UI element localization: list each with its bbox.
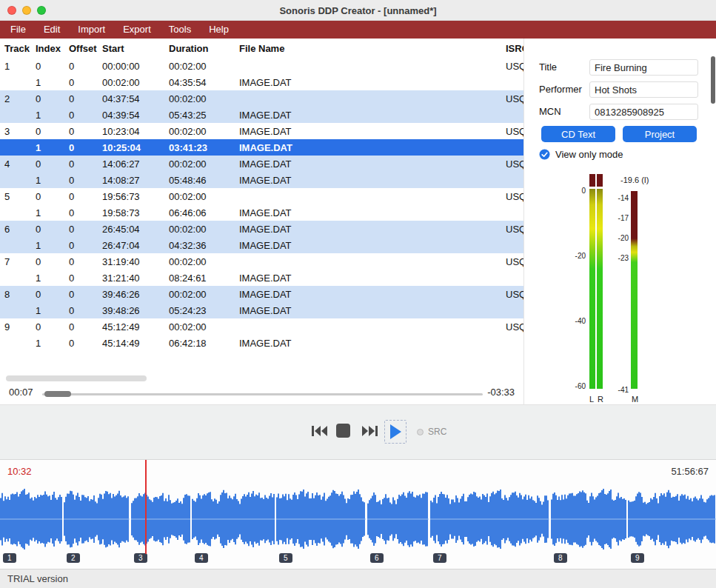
menu-item-edit[interactable]: Edit: [35, 21, 69, 39]
performer-label: Performer: [539, 81, 582, 98]
track-table-body: 10000:00:0000:02:00USQ1000:02:0004:35:54…: [0, 58, 523, 351]
table-row[interactable]: 1031:21:4008:24:61IMAGE.DAT: [0, 270, 523, 286]
column-header-track[interactable]: Track: [0, 43, 31, 54]
column-header-duration[interactable]: Duration: [164, 43, 235, 54]
right-panel: Title Performer MCN CD Text Project View…: [523, 39, 716, 404]
view-only-checked-icon: [539, 149, 550, 160]
table-row[interactable]: 40014:06:2700:02:00IMAGE.DATUSQ: [0, 156, 523, 172]
table-row[interactable]: 50019:56:7300:02:00USQ: [0, 188, 523, 204]
table-cell: USQ: [501, 93, 523, 104]
column-header-file-name[interactable]: File Name: [235, 43, 501, 54]
track-badge-5[interactable]: 5: [279, 553, 292, 563]
m-scale-label: -17: [618, 214, 629, 223]
table-cell: 0: [31, 256, 64, 267]
table-row[interactable]: 1004:39:5405:43:25IMAGE.DAT: [0, 107, 523, 123]
next-track-button[interactable]: [361, 424, 378, 440]
title-field[interactable]: [589, 59, 698, 76]
mcn-field[interactable]: [589, 104, 698, 120]
view-only-toggle[interactable]: View only mode: [539, 149, 623, 160]
table-cell: 00:02:00: [164, 321, 235, 333]
lr-scale-label: -60: [575, 382, 586, 391]
table-cell: 0: [31, 126, 64, 137]
table-cell: 0: [31, 289, 64, 300]
menu-item-export[interactable]: Export: [114, 21, 160, 39]
menu-item-import[interactable]: Import: [69, 21, 114, 39]
table-row[interactable]: 80039:46:2600:02:00IMAGE.DATUSQ: [0, 286, 523, 302]
meter-left-bar: [589, 189, 595, 389]
column-header-offset[interactable]: Offset: [64, 43, 98, 54]
waveform-track-3[interactable]: [131, 485, 190, 553]
table-cell: 10:23:04: [98, 126, 164, 137]
track-badge-8[interactable]: 8: [554, 553, 567, 563]
waveform-track-2[interactable]: [64, 485, 130, 553]
table-row[interactable]: 1019:58:7306:46:06IMAGE.DAT: [0, 204, 523, 221]
track-badge-2[interactable]: 2: [67, 553, 80, 563]
waveform-track-9[interactable]: [628, 485, 716, 553]
table-row[interactable]: 60026:45:0400:02:00IMAGE.DATUSQ: [0, 221, 523, 237]
table-cell: 2: [0, 93, 31, 104]
column-header-start[interactable]: Start: [98, 43, 164, 54]
table-row[interactable]: 70031:19:4000:02:00USQ: [0, 253, 523, 270]
table-cell: 04:37:54: [98, 93, 164, 104]
table-cell: IMAGE.DAT: [235, 273, 501, 284]
playhead[interactable]: [145, 460, 147, 554]
table-cell: USQ: [501, 61, 523, 72]
waveform-track-5[interactable]: [276, 485, 366, 553]
column-header-index[interactable]: Index: [31, 43, 64, 54]
table-cell: 04:32:36: [164, 240, 235, 251]
table-cell: 05:24:23: [164, 305, 235, 316]
table-cell: IMAGE.DAT: [235, 175, 501, 186]
stop-button[interactable]: [335, 423, 351, 441]
table-cell: 31:21:40: [98, 273, 164, 284]
seek-slider-track[interactable]: [42, 393, 483, 395]
table-row[interactable]: 1014:08:2705:48:46IMAGE.DAT: [0, 172, 523, 188]
performer-field[interactable]: [589, 81, 698, 98]
table-row[interactable]: 30010:23:0400:02:00IMAGE.DATUSQ: [0, 123, 523, 139]
waveform-track-4[interactable]: [192, 485, 275, 553]
table-cell: 1: [31, 175, 64, 186]
table-cell: 7: [0, 256, 31, 267]
menu-item-tools[interactable]: Tools: [160, 21, 200, 39]
track-badge-4[interactable]: 4: [195, 553, 208, 563]
table-row[interactable]: 1039:48:2605:24:23IMAGE.DAT: [0, 302, 523, 318]
track-badge-6[interactable]: 6: [370, 553, 384, 563]
seek-slider-thumb[interactable]: [44, 391, 71, 397]
track-badge-1[interactable]: 1: [3, 553, 16, 563]
meter-mono-label: M: [632, 395, 638, 404]
table-row[interactable]: 10000:00:0000:02:00USQ: [0, 58, 523, 74]
table-cell: 04:35:54: [164, 77, 235, 88]
table-cell: 39:46:26: [98, 289, 164, 300]
track-badge-7[interactable]: 7: [433, 553, 446, 563]
table-row[interactable]: 1000:02:0004:35:54IMAGE.DAT: [0, 74, 523, 90]
column-header-isrc[interactable]: ISRC: [501, 43, 523, 54]
table-row[interactable]: 1026:47:0404:32:36IMAGE.DAT: [0, 237, 523, 253]
table-cell: 0: [64, 207, 98, 218]
menu-item-help[interactable]: Help: [200, 21, 238, 39]
table-cell: 00:02:00: [164, 93, 235, 104]
waveform-track-1[interactable]: [0, 485, 62, 553]
table-cell: 0: [64, 93, 98, 104]
waveform-track-7[interactable]: [430, 485, 549, 553]
table-row[interactable]: 1045:14:4906:42:18IMAGE.DAT: [0, 335, 523, 351]
table-row[interactable]: 1010:25:0403:41:23IMAGE.DAT: [0, 139, 523, 156]
waveform-strip[interactable]: [0, 485, 716, 553]
table-cell: 5: [0, 191, 31, 202]
track-badge-9[interactable]: 9: [631, 553, 644, 563]
table-cell: 45:12:49: [98, 321, 164, 333]
meter-left-label: L: [589, 395, 594, 404]
play-button[interactable]: [384, 420, 406, 444]
previous-track-button[interactable]: [311, 424, 329, 440]
waveform-track-8[interactable]: [551, 485, 626, 553]
src-label: SRC: [428, 427, 446, 437]
project-button[interactable]: Project: [623, 126, 697, 142]
cd-text-button[interactable]: CD Text: [541, 126, 615, 142]
table-row[interactable]: 90045:12:4900:02:00USQ: [0, 318, 523, 335]
waveform-track-6[interactable]: [367, 485, 429, 553]
table-cell: 26:47:04: [98, 240, 164, 251]
table-cell: 19:58:73: [98, 207, 164, 218]
menu-item-file[interactable]: File: [1, 21, 35, 39]
track-badge-3[interactable]: 3: [134, 553, 147, 563]
table-row[interactable]: 20004:37:5400:02:00USQ: [0, 90, 523, 107]
horizontal-scrollbar[interactable]: [6, 375, 147, 381]
panel-scrollbar[interactable]: [711, 56, 715, 104]
